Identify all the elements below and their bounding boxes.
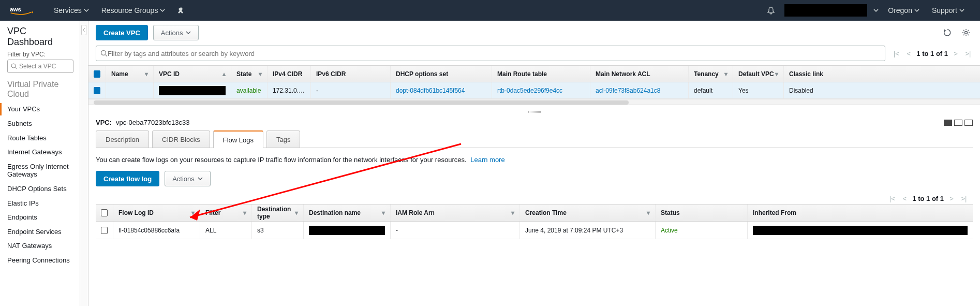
cell-ipv6: - bbox=[311, 82, 391, 98]
cell-default-vpc: Yes bbox=[733, 82, 784, 98]
col-tenancy[interactable]: Tenancy▾ bbox=[689, 66, 733, 82]
search-box[interactable] bbox=[96, 46, 885, 61]
nav-region[interactable]: Oregon bbox=[882, 0, 926, 21]
page-prev-button[interactable]: < bbox=[904, 49, 913, 58]
nav-account-caret[interactable] bbox=[870, 0, 882, 21]
tab-description[interactable]: Description bbox=[96, 130, 149, 148]
page-first-button[interactable]: |< bbox=[892, 49, 901, 58]
col-checkbox[interactable] bbox=[88, 66, 106, 82]
col-created[interactable]: Creation Time▾ bbox=[520, 205, 656, 221]
page-last-button[interactable]: >| bbox=[963, 49, 973, 58]
checkbox-all[interactable] bbox=[101, 209, 108, 216]
col-ipv6[interactable]: IPv6 CIDR bbox=[311, 66, 391, 82]
split-handle[interactable] bbox=[88, 108, 980, 115]
col-vpc-id[interactable]: VPC ID▴ bbox=[154, 66, 231, 82]
col-dhcp[interactable]: DHCP options set bbox=[391, 66, 492, 82]
bell-icon bbox=[767, 6, 775, 14]
sort-icon: ▾ bbox=[382, 209, 385, 216]
settings-button[interactable] bbox=[959, 26, 973, 39]
search-icon bbox=[100, 50, 108, 57]
sidebar-item-your-vpcs[interactable]: Your VPCs bbox=[7, 102, 73, 116]
nav-resource-groups[interactable]: Resource Groups bbox=[95, 0, 172, 21]
col-rtb[interactable]: Main Route table bbox=[492, 66, 590, 82]
horizontal-scrollbar[interactable] bbox=[88, 99, 980, 105]
col-dest-name[interactable]: Destination name▾ bbox=[304, 205, 391, 221]
sidebar-section-vpc: Virtual Private Cloud bbox=[7, 79, 73, 99]
sidebar-item-internet-gateways[interactable]: Internet Gateways bbox=[7, 145, 73, 159]
cell-rtb[interactable]: rtb-0dac5ede296f9e4cc bbox=[492, 82, 590, 98]
page-next-button[interactable]: > bbox=[947, 194, 956, 203]
learn-more-link[interactable]: Learn more bbox=[470, 156, 504, 164]
cell-acl[interactable]: acl-09fe73f8ab624a1c8 bbox=[590, 82, 689, 98]
sidebar-scroll-gutter[interactable] bbox=[80, 21, 88, 306]
tab-tags[interactable]: Tags bbox=[266, 130, 300, 148]
aws-logo[interactable]: aws bbox=[9, 5, 36, 16]
nav-resource-groups-label: Resource Groups bbox=[101, 6, 158, 14]
detail-header: VPC: vpc-0eba77023bfc13c33 bbox=[88, 115, 980, 130]
table-row[interactable]: available 172.31.0.… - dopt-084dfb61bc14… bbox=[88, 82, 980, 99]
refresh-button[interactable] bbox=[941, 26, 954, 39]
sidebar-item-endpoints[interactable]: Endpoints bbox=[7, 210, 73, 225]
row-checkbox[interactable] bbox=[94, 87, 100, 94]
create-flow-log-button[interactable]: Create flow log bbox=[96, 171, 159, 186]
svg-point-3 bbox=[965, 32, 968, 34]
nav-services[interactable]: Services bbox=[48, 0, 95, 21]
flow-actions-button[interactable]: Actions bbox=[165, 171, 211, 186]
sidebar-item-peering[interactable]: Peering Connections bbox=[7, 253, 73, 268]
inherited-redacted bbox=[753, 226, 968, 235]
actions-button[interactable]: Actions bbox=[153, 25, 199, 40]
row-checkbox[interactable] bbox=[101, 227, 108, 234]
col-classic[interactable]: Classic link bbox=[784, 66, 980, 82]
create-vpc-button[interactable]: Create VPC bbox=[96, 25, 148, 40]
tab-cidr-blocks[interactable]: CIDR Blocks bbox=[152, 130, 210, 148]
col-filter[interactable]: Filter▾ bbox=[200, 205, 252, 221]
main-content: Create VPC Actions |< < bbox=[88, 21, 980, 306]
checkbox-all[interactable] bbox=[94, 70, 100, 78]
page-last-button[interactable]: >| bbox=[959, 194, 969, 203]
cell-created: June 4, 2019 at 7:09:24 PM UTC+3 bbox=[520, 222, 656, 239]
col-name[interactable]: Name▾ bbox=[106, 66, 154, 82]
sidebar-item-route-tables[interactable]: Route Tables bbox=[7, 131, 73, 145]
col-checkbox[interactable] bbox=[96, 205, 113, 221]
page-prev-button[interactable]: < bbox=[900, 194, 909, 203]
table-row[interactable]: fl-01854c05886cc6afa ALL s3 - June 4, 20… bbox=[96, 222, 973, 239]
sidebar-item-subnets[interactable]: Subnets bbox=[7, 116, 73, 131]
vpc-select[interactable]: Select a VPC bbox=[7, 60, 73, 73]
nav-alerts[interactable] bbox=[761, 0, 781, 21]
nav-pin[interactable] bbox=[171, 0, 191, 21]
tab-flow-logs[interactable]: Flow Logs bbox=[213, 130, 263, 148]
sidebar-item-dhcp[interactable]: DHCP Options Sets bbox=[7, 182, 73, 196]
dest-name-redacted bbox=[309, 226, 385, 235]
svg-line-5 bbox=[106, 55, 107, 56]
collapse-sidebar-button[interactable] bbox=[81, 25, 86, 35]
toolbar: Create VPC Actions bbox=[88, 21, 980, 46]
sidebar-item-elastic-ips[interactable]: Elastic IPs bbox=[7, 196, 73, 211]
cell-state: available bbox=[231, 82, 268, 98]
nav-support[interactable]: Support bbox=[926, 0, 971, 21]
sidebar-item-endpoint-services[interactable]: Endpoint Services bbox=[7, 225, 73, 239]
layout-split-icon[interactable] bbox=[954, 120, 962, 126]
caret-down-icon bbox=[198, 176, 203, 181]
col-status[interactable]: Status bbox=[656, 205, 748, 221]
page-next-button[interactable]: > bbox=[951, 49, 960, 58]
cell-dhcp[interactable]: dopt-084dfb61bc145f564 bbox=[391, 82, 492, 98]
sort-icon: ▾ bbox=[724, 70, 727, 78]
col-default-vpc[interactable]: Default VPC▾ bbox=[733, 66, 784, 82]
col-inherited[interactable]: Inherited From bbox=[748, 205, 973, 221]
col-state[interactable]: State▾ bbox=[231, 66, 268, 82]
sidebar-item-nat-gateways[interactable]: NAT Gateways bbox=[7, 239, 73, 253]
col-iam[interactable]: IAM Role Arn▾ bbox=[391, 205, 520, 221]
sort-icon: ▾ bbox=[191, 209, 195, 216]
col-acl[interactable]: Main Network ACL bbox=[590, 66, 689, 82]
search-input[interactable] bbox=[108, 50, 881, 57]
vpc-table: Name▾ VPC ID▴ State▾ IPv4 CIDR IPv6 CIDR… bbox=[88, 65, 980, 99]
page-first-button[interactable]: |< bbox=[887, 194, 897, 203]
sidebar-item-egress-gateways[interactable]: Egress Only Internet Gateways bbox=[7, 159, 73, 182]
layout-full-icon[interactable] bbox=[964, 120, 973, 126]
layout-rows-icon[interactable] bbox=[944, 120, 952, 126]
col-dest-type[interactable]: Destination type▾ bbox=[252, 205, 304, 221]
col-ipv4[interactable]: IPv4 CIDR bbox=[268, 66, 311, 82]
sort-icon: ▾ bbox=[775, 70, 778, 78]
col-flow-log-id[interactable]: Flow Log ID▾ bbox=[113, 205, 200, 221]
actions-label: Actions bbox=[161, 29, 183, 37]
